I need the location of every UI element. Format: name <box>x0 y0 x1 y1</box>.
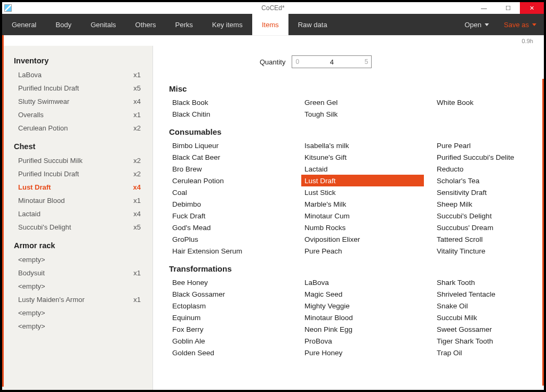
inventory-item[interactable]: <empty> <box>2 253 152 266</box>
catalog-item[interactable]: Lust Stick <box>301 186 424 198</box>
inventory-item[interactable]: <empty> <box>2 320 152 333</box>
inventory-item-qty: x1 <box>133 197 141 205</box>
catalog-item[interactable]: Neon Pink Egg <box>301 323 424 335</box>
inventory-item[interactable]: LaBovax1 <box>2 68 152 81</box>
catalog-item[interactable]: Purified Succubi's Delite <box>433 151 544 163</box>
catalog-item[interactable]: Marble's Milk <box>301 198 424 210</box>
save-as-menu[interactable]: Save as <box>496 14 544 35</box>
inventory-item[interactable]: Purified Incubi Draftx5 <box>2 81 152 95</box>
inventory-item[interactable]: Succubi's Delightx5 <box>2 220 152 234</box>
catalog-item[interactable]: Fox Berry <box>169 323 292 335</box>
catalog-item[interactable]: Succubus' Dream <box>433 222 544 233</box>
catalog-item[interactable]: Reducto <box>433 163 544 175</box>
catalog-item[interactable]: LaBova <box>301 276 424 288</box>
catalog-item[interactable]: Pure Pearl <box>433 140 544 151</box>
catalog-item[interactable]: Numb Rocks <box>301 222 424 233</box>
catalog-item[interactable]: White Book <box>433 96 544 108</box>
inventory-item[interactable]: <empty> <box>2 280 152 293</box>
inventory-item-name: <empty> <box>18 282 45 290</box>
catalog-item[interactable]: Trap Oil <box>433 347 544 358</box>
inventory-item[interactable]: <empty> <box>2 306 152 320</box>
catalog-item[interactable]: Magic Seed <box>301 288 424 300</box>
catalog-item[interactable]: Goblin Ale <box>169 335 292 347</box>
tab-genitals[interactable]: Genitals <box>81 14 126 35</box>
inventory-item-name: Overalls <box>18 111 44 119</box>
inventory-item-qty: x1 <box>133 269 141 277</box>
tab-general[interactable]: General <box>2 14 46 35</box>
titlebar[interactable]: CoCEd* — ☐ ✕ <box>2 2 544 14</box>
catalog-item[interactable]: Ectoplasm <box>169 300 292 312</box>
catalog-item[interactable]: GroPlus <box>169 233 292 245</box>
catalog-item[interactable]: Golden Seed <box>169 347 292 358</box>
catalog-item[interactable]: Minotaur Cum <box>301 210 424 222</box>
inventory-item[interactable]: Purified Incubi Draftx2 <box>2 167 152 181</box>
catalog-item[interactable]: Bimbo Liqueur <box>169 140 292 151</box>
catalog-item[interactable]: God's Mead <box>169 222 292 233</box>
quantity-value: 4 <box>292 58 371 66</box>
tab-body[interactable]: Body <box>46 14 81 35</box>
open-menu[interactable]: Open <box>457 14 496 35</box>
catalog-item[interactable]: Black Chitin <box>169 108 292 120</box>
inventory-item-name: Cerulean Potion <box>18 124 68 132</box>
inventory-item[interactable]: Bodysuitx1 <box>2 266 152 280</box>
tab-perks[interactable]: Perks <box>166 14 203 35</box>
catalog-item[interactable]: Bee Honey <box>169 276 292 288</box>
minimize-button[interactable]: — <box>472 2 496 14</box>
catalog-item[interactable]: Equinum <box>169 312 292 323</box>
catalog-item[interactable]: Tattered Scroll <box>433 233 544 245</box>
catalog-item[interactable]: Lactaid <box>301 163 424 175</box>
catalog-item[interactable]: Vitality Tincture <box>433 245 544 257</box>
inventory-item[interactable]: Overallsx1 <box>2 108 152 121</box>
inventory-item[interactable]: Purified Succubi Milkx2 <box>2 154 152 167</box>
catalog-item[interactable]: Tiger Shark Tooth <box>433 335 544 347</box>
catalog-item[interactable]: Cerulean Potion <box>169 175 292 186</box>
inventory-item[interactable]: Lust Draftx4 <box>2 181 152 194</box>
close-button[interactable]: ✕ <box>520 2 544 14</box>
main-panel: Quantity 0 4 5 MiscBlack BookBlack Chiti… <box>153 46 544 390</box>
catalog-item[interactable]: Pure Honey <box>301 347 424 358</box>
catalog-item[interactable]: Green Gel <box>301 96 424 108</box>
catalog-item[interactable]: Succubi's Delight <box>433 210 544 222</box>
inventory-item[interactable]: Slutty Swimwearx4 <box>2 95 152 108</box>
version-label: 0.9h <box>522 38 533 44</box>
catalog-item[interactable]: Black Book <box>169 96 292 108</box>
inventory-item[interactable]: Minotaur Bloodx1 <box>2 194 152 207</box>
inventory-item[interactable]: Cerulean Potionx2 <box>2 121 152 135</box>
catalog-item[interactable]: Minotaur Blood <box>301 312 424 323</box>
catalog-item[interactable]: Fuck Draft <box>169 210 292 222</box>
inventory-item-name: <empty> <box>18 256 45 264</box>
catalog-item[interactable]: Sensitivity Draft <box>433 186 544 198</box>
catalog-item[interactable]: Coal <box>169 186 292 198</box>
catalog-item[interactable]: Shark Tooth <box>433 276 544 288</box>
catalog-item[interactable]: ProBova <box>301 335 424 347</box>
tab-others[interactable]: Others <box>126 14 166 35</box>
tab-raw-data[interactable]: Raw data <box>288 14 337 35</box>
catalog-item[interactable]: Sweet Gossamer <box>433 323 544 335</box>
inventory-item[interactable]: Lusty Maiden's Armorx1 <box>2 293 152 306</box>
catalog-item[interactable]: Oviposition Elixer <box>301 233 424 245</box>
catalog-item[interactable]: Isabella's milk <box>301 140 424 151</box>
quantity-stepper[interactable]: 0 4 5 <box>292 55 372 68</box>
catalog-item[interactable]: Hair Extension Serum <box>169 245 292 257</box>
catalog-item[interactable]: Mighty Veggie <box>301 300 424 312</box>
catalog-item[interactable]: Black Gossamer <box>169 288 292 300</box>
catalog-item[interactable]: Black Cat Beer <box>169 151 292 163</box>
maximize-button[interactable]: ☐ <box>496 2 520 14</box>
tab-key-items[interactable]: Key items <box>203 14 252 35</box>
catalog-item[interactable]: Kitsune's Gift <box>301 151 424 163</box>
catalog-item[interactable]: Sheep Milk <box>433 198 544 210</box>
catalog-item[interactable]: Snake Oil <box>433 300 544 312</box>
sidebar: InventoryLaBovax1Purified Incubi Draftx5… <box>2 46 153 390</box>
inventory-item-qty: x5 <box>133 84 141 92</box>
inventory-item[interactable]: Lactaidx4 <box>2 207 152 220</box>
catalog-item[interactable]: Succubi Milk <box>433 312 544 323</box>
catalog-item[interactable]: Lust Draft <box>301 175 424 186</box>
catalog-item[interactable]: Pure Peach <box>301 245 424 257</box>
tab-items[interactable]: Items <box>252 14 288 35</box>
catalog-item[interactable]: Tough Silk <box>301 108 424 120</box>
category-grid: Black BookBlack ChitinGreen GelTough Sil… <box>169 96 528 120</box>
catalog-item[interactable]: Bro Brew <box>169 163 292 175</box>
catalog-item[interactable]: Scholar's Tea <box>433 175 544 186</box>
catalog-item[interactable]: Debimbo <box>169 198 292 210</box>
catalog-item[interactable]: Shriveled Tentacle <box>433 288 544 300</box>
